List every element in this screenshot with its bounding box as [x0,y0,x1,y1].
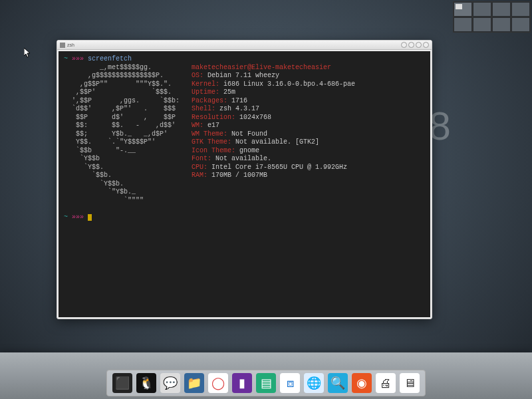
window-extra-button[interactable] [423,42,429,48]
pager-cell[interactable] [511,2,530,17]
pager-cell[interactable] [454,17,472,32]
web-icon[interactable]: 🌐 [304,373,324,393]
penguin-icon[interactable]: 🐧 [136,373,156,393]
pager-cell[interactable] [511,17,530,32]
window-titlebar[interactable]: zsh [57,41,432,50]
workspace-pager[interactable] [453,1,531,33]
window-close-button[interactable] [416,42,422,48]
editor-icon[interactable]: ▤ [256,373,276,393]
chat-icon[interactable]: 💬 [160,373,180,393]
files-icon[interactable]: 📁 [184,373,204,393]
pager-cell[interactable] [473,17,491,32]
virtualbox-icon[interactable]: ⧈ [280,373,300,393]
terminal-icon[interactable]: ⬛ [112,373,132,393]
mouse-cursor-icon [24,48,32,59]
window-minimize-button[interactable] [401,42,407,48]
window-maximize-button[interactable] [408,42,414,48]
dock[interactable]: ⬛🐧💬📁◯▮▤⧈🌐🔍◉🖨🖥 [106,370,426,396]
chrome-icon[interactable]: ◯ [208,373,228,393]
media-icon[interactable]: ▮ [232,373,252,393]
monitor-icon[interactable]: 🖥 [400,373,420,393]
pager-cell[interactable] [454,2,472,17]
pager-cell[interactable] [492,2,511,17]
terminal-window[interactable]: zsh ~ »»» screenfetch _,met$$$$$gg. make… [57,40,432,319]
terminal-body[interactable]: ~ »»» screenfetch _,met$$$$$gg. maketech… [59,51,430,317]
printer-icon[interactable]: 🖨 [376,373,396,393]
ubuntu-icon[interactable]: ◉ [352,373,372,393]
window-app-icon [60,43,65,48]
window-title: zsh [67,43,74,47]
pager-cell[interactable] [492,17,511,32]
pager-cell[interactable] [473,2,491,17]
search-icon[interactable]: 🔍 [328,373,348,393]
